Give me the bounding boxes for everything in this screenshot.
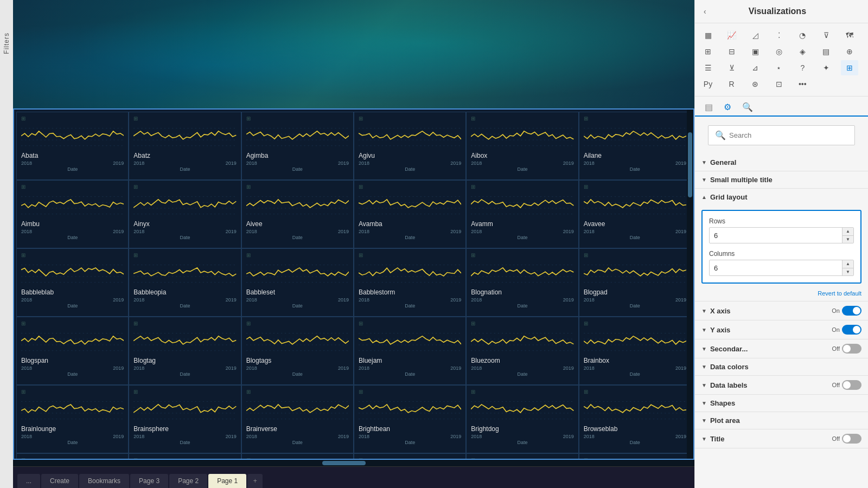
chart-year2: 2019: [338, 229, 349, 234]
chart-cell-label: Blogtags: [246, 357, 349, 364]
x-axis-track[interactable]: [842, 306, 861, 316]
columns-decrement[interactable]: ▼: [843, 268, 853, 275]
viz-icon-decomp[interactable]: ⋆: [770, 60, 788, 75]
chart-year2: 2019: [563, 297, 574, 303]
section-small-multiple-title-header[interactable]: ▼ Small multiple title: [695, 171, 868, 188]
chart-cell-label: Avamm: [471, 220, 573, 228]
section-data-colors: ▼ Data colors: [695, 358, 868, 376]
columns-spinner: ▲ ▼: [842, 260, 853, 275]
data-colors-chevron-icon: ▼: [701, 364, 707, 370]
tab-add[interactable]: +: [247, 474, 263, 488]
viz-icon-area[interactable]: ◿: [746, 28, 764, 43]
title-toggle[interactable]: Off: [832, 434, 861, 444]
sparkline-svg: [133, 260, 236, 285]
x-axis-toggle[interactable]: On: [832, 306, 861, 316]
viz-icon-custom3[interactable]: ⊛: [746, 76, 764, 92]
panel-tab-active[interactable]: ⚙: [718, 99, 737, 117]
secondary-toggle[interactable]: Off: [832, 344, 861, 354]
cell-header: ⊞: [21, 184, 124, 190]
chart-cell-dates: 2018 2019: [584, 160, 686, 166]
columns-increment[interactable]: ▲: [843, 260, 853, 268]
filters-sidebar[interactable]: Filters: [0, 0, 13, 488]
viz-icon-custom2[interactable]: R: [723, 76, 741, 92]
bottom-scrollbar[interactable]: [13, 460, 694, 466]
tab-ellipsis[interactable]: ...: [17, 474, 40, 488]
viz-icon-smart[interactable]: ✦: [818, 60, 835, 75]
panel-tab-format[interactable]: ▤: [699, 99, 718, 115]
chart-canvas: [584, 397, 686, 424]
viz-icon-gauge[interactable]: ◎: [770, 44, 788, 59]
rows-increment[interactable]: ▲: [843, 228, 853, 235]
chart-date-label: Date: [359, 235, 461, 240]
rows-input[interactable]: [710, 229, 842, 242]
chart-cell: ⊞ Brightbean 2018 2019 Date: [354, 385, 466, 453]
tab-bookmarks[interactable]: Bookmarks: [79, 474, 129, 488]
viz-icon-custom4[interactable]: ⊡: [770, 76, 788, 92]
chart-cell: ⊞ Aimbu 2018 2019 Date: [16, 180, 129, 248]
viz-icon-bar[interactable]: ▦: [699, 28, 717, 43]
secondary-header[interactable]: ▼ Secondar...: [701, 345, 748, 353]
chart-year2: 2019: [338, 365, 349, 371]
sparkline-svg: [246, 260, 349, 285]
viz-icon-kpi[interactable]: ◈: [794, 44, 811, 59]
y-axis-track[interactable]: [842, 325, 861, 335]
search-container[interactable]: 🔍: [708, 125, 855, 145]
title-track[interactable]: [842, 434, 861, 444]
search-input[interactable]: [729, 131, 848, 139]
cell-header: ⊞: [584, 389, 686, 395]
viz-icon-more[interactable]: •••: [794, 76, 811, 92]
viz-icon-pie[interactable]: ◔: [794, 28, 811, 43]
content-area: ⊞ ⊟ ⊠ ⊞ Abata 2018 2019 Date: [13, 0, 694, 488]
viz-icon-ribbon[interactable]: ☰: [699, 60, 717, 75]
y-axis-toggle[interactable]: On: [832, 325, 861, 335]
viz-icon-map[interactable]: 🗺: [841, 28, 858, 43]
viz-icon-scatter[interactable]: ⁚: [770, 28, 788, 43]
viz-icon-matrix[interactable]: ⊟: [723, 44, 741, 59]
viz-icon-line[interactable]: 📈: [723, 28, 741, 43]
title-label: Title: [710, 435, 725, 443]
secondary-track[interactable]: [842, 344, 861, 354]
chart-cell-dates: 2018 2019: [471, 365, 573, 371]
data-labels-header[interactable]: ▼ Data labels: [701, 381, 748, 389]
chart-scrollbar-thumb[interactable]: [688, 132, 692, 197]
y-axis-header[interactable]: ▼ Y axis: [701, 326, 730, 334]
chart-year1: 2018: [246, 160, 257, 166]
panel-close-button[interactable]: ‹: [704, 7, 706, 16]
viz-icon-qna[interactable]: ?: [794, 60, 811, 75]
sparkline-svg: [133, 329, 236, 353]
cell-header: ⊞: [471, 320, 573, 326]
revert-to-default[interactable]: Revert to default: [695, 288, 868, 301]
viz-icon-custom1[interactable]: Py: [699, 76, 717, 92]
panel-tab-search[interactable]: 🔍: [737, 99, 758, 115]
title-header[interactable]: ▼ Title: [701, 435, 724, 443]
plot-area-header[interactable]: ▼ Plot area: [695, 412, 868, 429]
cell-icon: ⊞: [133, 457, 138, 459]
header-banner: [13, 0, 694, 108]
viz-icon-smallmultiple[interactable]: ⊞: [841, 60, 858, 75]
rows-decrement[interactable]: ▼: [843, 235, 853, 243]
chart-year1: 2018: [246, 365, 257, 371]
viz-icon-waterfall[interactable]: ⊻: [723, 60, 741, 75]
shapes-header[interactable]: ▼ Shapes: [695, 395, 868, 412]
section-grid-layout-header[interactable]: ▲ Grid layout: [695, 189, 868, 206]
chart-year1: 2018: [21, 229, 32, 234]
viz-icon-table[interactable]: ⊞: [699, 44, 717, 59]
viz-icon-tree[interactable]: ⊕: [841, 44, 858, 59]
tab-page2[interactable]: Page 2: [169, 474, 207, 488]
viz-icon-funnel[interactable]: ⊽: [818, 28, 835, 43]
tab-page1[interactable]: Page 1: [208, 474, 246, 488]
chart-scrollbar[interactable]: [687, 110, 693, 459]
data-colors-header[interactable]: ▼ Data colors: [695, 358, 868, 375]
viz-icon-funnel2[interactable]: ⊿: [746, 60, 764, 75]
viz-icon-card[interactable]: ▣: [746, 44, 764, 59]
tab-page3[interactable]: Page 3: [130, 474, 168, 488]
data-labels-track[interactable]: [842, 380, 861, 390]
section-general-header[interactable]: ▼ General: [695, 154, 868, 171]
viz-icon-slicer[interactable]: ▤: [818, 44, 835, 59]
bottom-scrollbar-thumb[interactable]: [322, 461, 366, 465]
tab-create[interactable]: Create: [41, 474, 78, 488]
data-labels-toggle[interactable]: Off: [832, 380, 861, 390]
x-axis-header[interactable]: ▼ X axis: [701, 307, 731, 315]
cell-header: ⊞: [584, 320, 686, 326]
columns-input[interactable]: [710, 262, 842, 274]
